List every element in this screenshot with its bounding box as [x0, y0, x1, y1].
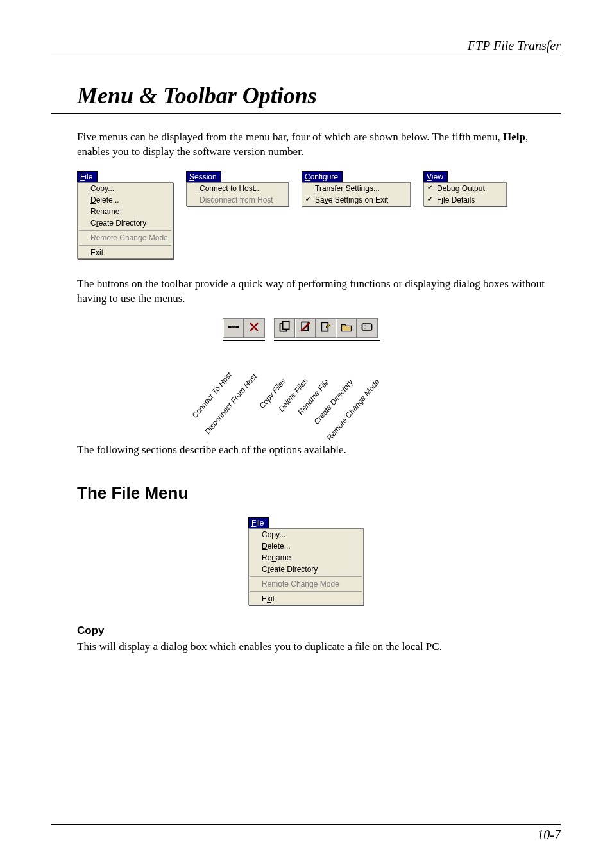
menu2-item-copy[interactable]: Copy... — [249, 529, 363, 540]
remote-change-mode-icon — [361, 321, 373, 336]
title-rule — [51, 113, 561, 114]
file-menu-title-rest: ile — [85, 172, 92, 181]
create-directory-icon — [340, 321, 353, 336]
menu-separator — [79, 245, 171, 246]
toolbar-remote-change-mode-button[interactable] — [357, 319, 377, 338]
menu2-item-create-directory[interactable]: Create Directory — [249, 563, 363, 575]
intro-bold: Help — [503, 131, 525, 143]
rename-file-icon — [319, 321, 332, 336]
svg-rect-10 — [362, 324, 372, 330]
toolbar-underline-2 — [274, 340, 380, 341]
session-menu-title-rest: ession — [194, 172, 217, 181]
toolbar — [223, 318, 387, 338]
configure-menu-title-rest: onfigure — [310, 172, 338, 181]
intro-text-1: Five menus can be displayed from the men… — [77, 131, 503, 143]
configure-menu-title-u: C — [305, 172, 310, 181]
main-title: Menu & Toolbar Options — [51, 82, 561, 109]
intro-paragraph: Five menus can be displayed from the men… — [51, 130, 561, 160]
toolbar-label-disconnect: Disconnect From Host — [203, 372, 259, 436]
toolbar-label-remote-mode: Remote Change Mode — [325, 377, 381, 442]
configure-menu-title[interactable]: Configure — [302, 171, 343, 182]
view-menu: View Debug Output File Details — [423, 171, 507, 259]
toolbar-figure: Connect To Host Disconnect From Host Cop… — [191, 318, 421, 430]
svg-rect-0 — [228, 326, 232, 328]
toolbar-paragraph: The buttons on the toolbar provide a qui… — [51, 277, 561, 306]
menu-item-debug-output[interactable]: Debug Output — [424, 183, 506, 194]
file-menu2-title[interactable]: File — [248, 517, 269, 528]
file-menu: File Copy... Delete... Rename Create Dir… — [77, 171, 173, 259]
menu-item-remote-change-mode: Remote Change Mode — [78, 232, 173, 244]
menu-item-connect-to-host[interactable]: Connect to Host... — [187, 183, 288, 194]
svg-rect-1 — [235, 326, 239, 328]
view-menu-title[interactable]: View — [423, 171, 448, 182]
toolbar-connect-to-host-button[interactable] — [223, 319, 244, 338]
menu-item-delete[interactable]: Delete... — [78, 194, 173, 206]
copy-subheading: Copy — [51, 624, 561, 637]
menu-separator — [79, 230, 171, 231]
menu-item-file-details[interactable]: File Details — [424, 194, 506, 206]
session-menu: Session Connect to Host... Disconnect fr… — [186, 171, 289, 259]
session-menu-title-u: S — [189, 172, 194, 181]
page-footer: 10-7 — [51, 824, 561, 842]
connect-icon — [227, 321, 240, 336]
toolbar-underline-1 — [223, 340, 265, 341]
file-menu-figure: File Copy... Delete... Rename Create Dir… — [248, 517, 364, 605]
toolbar-copy-files-button[interactable] — [275, 319, 295, 338]
menu-item-copy[interactable]: Copy... — [78, 183, 173, 194]
following-paragraph: The following sections describe each of … — [51, 443, 561, 458]
session-menu-title[interactable]: Session — [186, 171, 221, 182]
copy-text: This will display a dialog box which ena… — [51, 640, 561, 655]
menus-row: File Copy... Delete... Rename Create Dir… — [51, 171, 561, 259]
toolbar-rename-file-button[interactable] — [316, 319, 336, 338]
menu2-separator — [250, 576, 362, 577]
copy-files-icon — [278, 321, 291, 336]
menu-item-exit[interactable]: Exit — [78, 247, 173, 258]
toolbar-create-directory-button[interactable] — [336, 319, 357, 338]
menu2-item-delete[interactable]: Delete... — [249, 540, 363, 552]
view-menu-title-u: V — [427, 172, 432, 181]
menu-item-transfer-settings[interactable]: Transfer Settings... — [302, 183, 410, 194]
file-menu-title[interactable]: File — [77, 171, 98, 182]
menu2-separator — [250, 591, 362, 592]
configure-menu: Configure Transfer Settings... Save Sett… — [302, 171, 411, 259]
menu-item-create-directory[interactable]: Create Directory — [78, 217, 173, 229]
disconnect-icon — [248, 321, 260, 336]
page-header: FTP File Transfer — [51, 38, 561, 56]
toolbar-disconnect-from-host-button[interactable] — [244, 319, 264, 338]
menu2-item-rename[interactable]: Rename — [249, 552, 363, 563]
menu-item-rename[interactable]: Rename — [78, 206, 173, 217]
delete-files-icon — [299, 321, 312, 336]
toolbar-delete-files-button[interactable] — [295, 319, 316, 338]
menu2-item-remote-change-mode: Remote Change Mode — [249, 578, 363, 590]
svg-rect-6 — [283, 321, 289, 329]
view-menu-title-rest: iew — [432, 172, 443, 181]
menu2-item-exit[interactable]: Exit — [249, 593, 363, 605]
menu-item-disconnect-from-host: Disconnect from Host — [187, 194, 288, 206]
section-heading-file-menu: The File Menu — [51, 483, 561, 503]
menu-item-save-settings-on-exit[interactable]: Save Settings on Exit — [302, 194, 410, 206]
file-menu2-title-rest: ile — [256, 519, 264, 528]
